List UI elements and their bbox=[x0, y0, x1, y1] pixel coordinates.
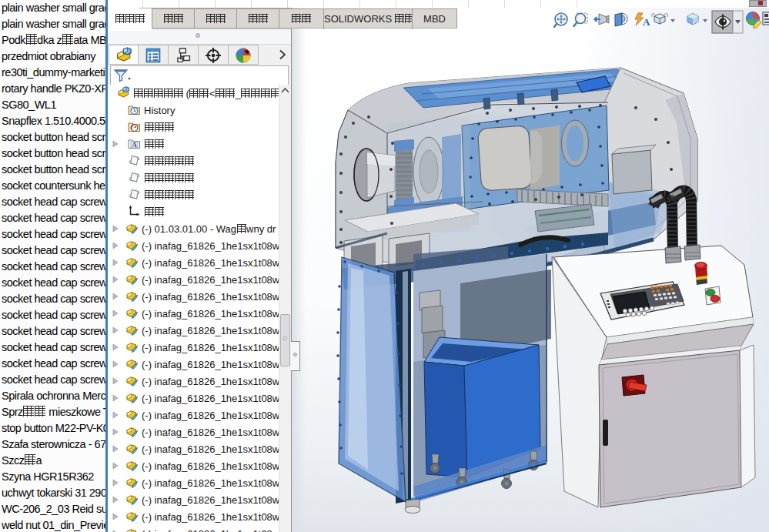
svg-text:A: A bbox=[643, 16, 650, 28]
